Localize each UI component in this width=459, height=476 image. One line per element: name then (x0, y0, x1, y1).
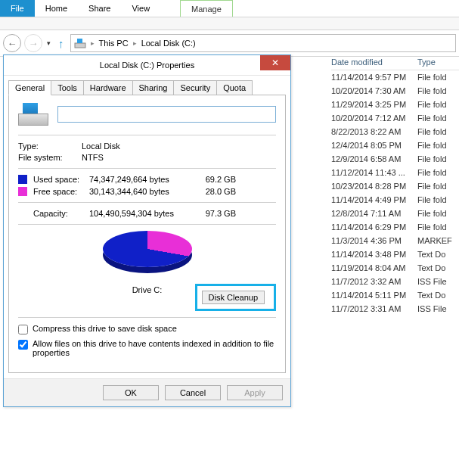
tab-manage[interactable]: Manage (180, 0, 233, 17)
nav-history-dropdown[interactable]: ▾ (45, 39, 52, 47)
table-row[interactable]: 11/3/2014 4:36 PMMARKEF (331, 234, 459, 247)
close-button[interactable]: ✕ (260, 55, 290, 70)
type-value: Local Disk (82, 142, 120, 151)
index-checkbox[interactable] (18, 340, 28, 350)
free-label: Free space: (33, 187, 89, 196)
table-row[interactable]: 12/8/2014 7:11 AMFile fold (331, 207, 459, 220)
cell-date: 10/23/2014 8:28 PM (331, 182, 417, 191)
cell-date: 11/29/2014 3:25 PM (331, 100, 417, 109)
capacity-gb: 97.3 GB (194, 209, 236, 218)
cell-type: File fold (417, 86, 459, 95)
column-header-type[interactable]: Type (417, 58, 459, 67)
cell-date: 11/7/2012 3:32 AM (331, 277, 417, 286)
cell-type: ISS File (417, 304, 459, 313)
drive-icon (74, 37, 86, 49)
breadcrumb-item[interactable]: Local Disk (C:) (141, 39, 196, 48)
cell-date: 10/20/2014 7:12 AM (331, 114, 417, 123)
cell-date: 12/4/2014 8:05 PM (331, 141, 417, 150)
cell-type: File fold (417, 168, 459, 177)
close-icon: ✕ (271, 58, 279, 68)
nav-back-button[interactable]: ← (3, 34, 21, 52)
cell-date: 8/22/2013 8:22 AM (331, 127, 417, 136)
cell-type: File fold (417, 182, 459, 191)
tab-general[interactable]: General (8, 80, 51, 95)
table-row[interactable]: 11/12/2014 11:43 ...File fold (331, 166, 459, 179)
cell-type: File fold (417, 141, 459, 150)
cell-type: File fold (417, 222, 459, 232)
file-listing: Date modified Type 11/14/2014 9:57 PMFil… (331, 54, 459, 316)
cell-type: File fold (417, 154, 459, 163)
cancel-button[interactable]: Cancel (165, 385, 221, 400)
cell-type: File fold (417, 100, 459, 109)
cell-date: 11/12/2014 11:43 ... (331, 168, 417, 177)
table-row[interactable]: 11/7/2012 3:31 AMISS File (331, 302, 459, 316)
tab-quota[interactable]: Quota (216, 80, 253, 95)
svg-rect-1 (77, 39, 82, 43)
properties-dialog: Local Disk (C:) Properties ✕ GeneralTool… (3, 54, 291, 407)
table-row[interactable]: 11/19/2014 8:04 AMText Do (331, 261, 459, 275)
table-row[interactable]: 11/14/2014 3:48 PMText Do (331, 247, 459, 261)
cell-type: File fold (417, 209, 459, 218)
cell-date: 12/8/2014 7:11 AM (331, 209, 417, 218)
cell-type: Text Do (417, 291, 459, 300)
table-row[interactable]: 11/14/2014 9:57 PMFile fold (331, 70, 459, 84)
index-checkbox-row[interactable]: Allow files on this drive to have conten… (18, 339, 276, 357)
used-label: Used space: (33, 175, 89, 184)
used-swatch-icon (18, 175, 27, 184)
cell-type: File fold (417, 73, 459, 82)
table-row[interactable]: 8/22/2013 8:22 AMFile fold (331, 125, 459, 138)
compress-checkbox-row[interactable]: Compress this drive to save disk space (18, 324, 276, 334)
cell-date: 11/3/2014 4:36 PM (331, 236, 417, 245)
tab-security[interactable]: Security (173, 80, 217, 95)
capacity-bytes: 104,490,594,304 bytes (89, 209, 194, 218)
disk-usage-pie-chart (103, 231, 192, 275)
disk-cleanup-button[interactable]: Disk Cleanup (202, 291, 265, 304)
table-row[interactable]: 11/14/2014 4:49 PMFile fold (331, 193, 459, 207)
address-bar[interactable]: ▸ This PC ▸ Local Disk (C:) (70, 34, 457, 52)
column-header-date[interactable]: Date modified (331, 58, 417, 67)
used-bytes: 74,347,249,664 bytes (89, 175, 194, 184)
filesystem-value: NTFS (82, 153, 104, 162)
capacity-label: Capacity: (33, 209, 89, 218)
cell-date: 11/14/2014 9:57 PM (331, 73, 417, 82)
dialog-title: Local Disk (C:) Properties (100, 61, 194, 70)
table-row[interactable]: 11/29/2014 3:25 PMFile fold (331, 98, 459, 111)
free-swatch-icon (18, 187, 27, 196)
table-row[interactable]: 12/4/2014 8:05 PMFile fold (331, 138, 459, 152)
cell-type: Text Do (417, 263, 459, 272)
tab-hardware[interactable]: Hardware (83, 80, 133, 95)
cell-type: File fold (417, 195, 459, 204)
table-row[interactable]: 10/23/2014 8:28 PMFile fold (331, 179, 459, 193)
file-tab[interactable]: File (0, 0, 35, 17)
cell-date: 11/14/2014 6:29 PM (331, 222, 417, 232)
tab-view[interactable]: View (121, 0, 160, 17)
ok-button[interactable]: OK (103, 385, 159, 400)
cell-type: File fold (417, 114, 459, 123)
table-row[interactable]: 11/14/2014 6:29 PMFile fold (331, 220, 459, 234)
index-label: Allow files on this drive to have conten… (33, 339, 276, 357)
volume-name-input[interactable] (57, 106, 276, 123)
table-row[interactable]: 12/9/2014 6:58 AMFile fold (331, 152, 459, 166)
table-row[interactable]: 11/7/2012 3:32 AMISS File (331, 275, 459, 288)
drive-large-icon (18, 103, 47, 126)
chevron-right-icon: ▸ (89, 39, 96, 47)
tab-home[interactable]: Home (35, 0, 78, 17)
nav-forward-button: → (24, 34, 42, 52)
breadcrumb-item[interactable]: This PC (99, 39, 129, 48)
cell-date: 11/19/2014 8:04 AM (331, 263, 417, 272)
table-row[interactable]: 11/14/2014 5:11 PMText Do (331, 288, 459, 302)
compress-checkbox[interactable] (18, 325, 28, 334)
table-row[interactable]: 10/20/2014 7:12 AMFile fold (331, 111, 459, 125)
tab-sharing[interactable]: Sharing (132, 80, 175, 95)
cell-date: 11/14/2014 5:11 PM (331, 291, 417, 300)
tab-tools[interactable]: Tools (51, 80, 84, 95)
tab-share[interactable]: Share (78, 0, 121, 17)
cell-type: File fold (417, 127, 459, 136)
arrow-left-icon: ← (8, 38, 17, 49)
filesystem-label: File system: (18, 153, 82, 162)
cell-date: 11/14/2014 4:49 PM (331, 195, 417, 204)
drive-caption: Drive C: (132, 285, 163, 294)
nav-up-button[interactable]: ↑ (55, 37, 67, 50)
disk-cleanup-highlight: Disk Cleanup (195, 284, 276, 311)
table-row[interactable]: 10/20/2014 7:30 AMFile fold (331, 84, 459, 98)
